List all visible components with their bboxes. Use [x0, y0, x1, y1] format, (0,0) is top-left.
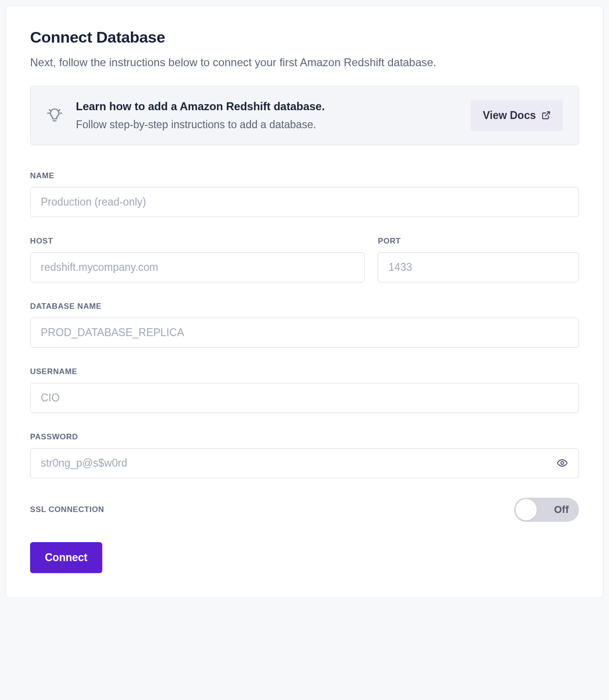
- ssl-toggle[interactable]: Off: [514, 498, 579, 522]
- lightbulb-icon: [46, 107, 63, 124]
- name-field: NAME: [30, 171, 579, 217]
- svg-line-5: [545, 112, 549, 116]
- ssl-label: SSL CONNECTION: [30, 505, 104, 514]
- view-docs-button[interactable]: View Docs: [471, 100, 563, 131]
- username-label: USERNAME: [30, 367, 579, 376]
- ssl-toggle-state-label: Off: [554, 504, 569, 516]
- learn-callout: Learn how to add a Amazon Redshift datab…: [30, 86, 579, 145]
- username-field: USERNAME: [30, 367, 579, 413]
- eye-icon: [557, 457, 568, 469]
- external-link-icon: [541, 111, 551, 120]
- password-label: PASSWORD: [30, 432, 579, 442]
- callout-description: Follow step-by-step instructions to add …: [76, 119, 458, 131]
- connect-database-card: Connect Database Next, follow the instru…: [6, 6, 603, 598]
- connect-button[interactable]: Connect: [30, 542, 102, 573]
- database-name-label: DATABASE NAME: [30, 302, 579, 311]
- svg-line-4: [59, 110, 60, 111]
- toggle-password-visibility-button[interactable]: [554, 455, 571, 471]
- callout-text-block: Learn how to add a Amazon Redshift datab…: [76, 100, 458, 131]
- callout-title: Learn how to add a Amazon Redshift datab…: [76, 100, 458, 113]
- database-name-field: DATABASE NAME: [30, 302, 579, 348]
- name-input[interactable]: [30, 187, 579, 217]
- host-field: HOST: [30, 237, 365, 282]
- port-label: PORT: [378, 237, 579, 246]
- page-title: Connect Database: [30, 28, 579, 46]
- ssl-row: SSL CONNECTION Off: [30, 498, 579, 522]
- connect-button-label: Connect: [45, 551, 87, 563]
- port-field: PORT: [378, 237, 579, 282]
- svg-point-6: [561, 462, 564, 464]
- view-docs-label: View Docs: [483, 109, 536, 122]
- database-name-input[interactable]: [30, 318, 579, 348]
- name-label: NAME: [30, 171, 579, 181]
- port-input[interactable]: [378, 252, 579, 282]
- toggle-knob: [516, 499, 537, 520]
- password-input[interactable]: [30, 448, 579, 478]
- host-label: HOST: [30, 237, 365, 246]
- password-field: PASSWORD: [30, 432, 579, 478]
- svg-line-3: [50, 110, 50, 111]
- username-input[interactable]: [30, 383, 579, 413]
- page-subtitle: Next, follow the instructions below to c…: [30, 55, 579, 71]
- host-input[interactable]: [30, 252, 365, 282]
